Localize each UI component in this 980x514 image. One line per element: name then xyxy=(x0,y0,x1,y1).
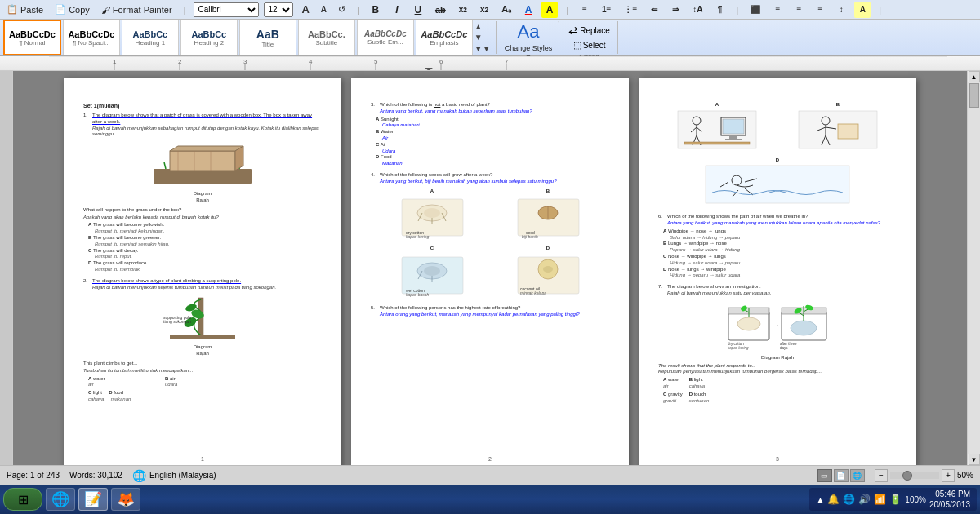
change-case-button[interactable]: ↺ xyxy=(335,2,349,16)
svg-rect-84 xyxy=(838,124,858,139)
replace-button[interactable]: ⇄ Replace xyxy=(566,23,612,38)
q1-options: A The grass will become yellowish. Rumpu… xyxy=(88,222,322,273)
style-subtle-em[interactable]: AaBbCcDc Subtle Em... xyxy=(357,20,414,55)
left-panel xyxy=(0,71,13,465)
show-hide-button[interactable]: ¶ xyxy=(711,2,728,18)
q2-sub-question: This plant climbs to get... xyxy=(83,361,322,367)
signal-icon[interactable]: 📶 xyxy=(874,494,886,505)
taskbar-word[interactable]: 📝 xyxy=(78,488,108,511)
underline-button[interactable]: U xyxy=(410,2,426,18)
paste-button[interactable]: 📋 Paste xyxy=(3,2,47,16)
styles-scroll-down[interactable]: ▼ xyxy=(474,33,491,42)
taskbar-firefox[interactable]: 🦊 xyxy=(111,488,140,511)
svg-rect-37 xyxy=(170,335,235,339)
volume-icon[interactable]: 🔊 xyxy=(858,494,871,505)
select-button[interactable]: ⬚ Select xyxy=(571,39,608,51)
q6-text: Which of the following shows the path of… xyxy=(667,214,880,220)
font-face-select[interactable]: Calibri xyxy=(194,2,259,17)
font-shrink-button[interactable]: A xyxy=(318,3,330,16)
styles-scroll-up[interactable]: ▲ xyxy=(474,22,491,31)
windows-logo-icon: ⊞ xyxy=(18,492,29,507)
page-3: A xyxy=(639,78,916,465)
format-painter-button[interactable]: 🖌 Format Painter xyxy=(98,3,176,16)
q2-inline-options-row3: C light D food xyxy=(88,390,322,397)
align-right-button[interactable]: ≡ xyxy=(791,2,807,18)
style-no-spacing[interactable]: AaBbCcDc ¶ No Spaci... xyxy=(63,20,120,55)
align-left-button[interactable]: ⬛ xyxy=(746,2,764,18)
question-7: 7. The diagram below shows an investigat… xyxy=(658,284,897,404)
bullets-button[interactable]: ≡ xyxy=(577,2,593,18)
strikethrough-button[interactable]: ab xyxy=(431,2,450,18)
zoom-in-button[interactable]: + xyxy=(942,469,955,482)
highlight-button[interactable]: A xyxy=(541,2,558,18)
zoom-slider[interactable] xyxy=(890,472,939,479)
q7-result-text: The result shows that the plant responds… xyxy=(658,363,897,370)
copy-button[interactable]: 📄 Copy xyxy=(51,2,93,16)
q1-option-c-italic: Rumput itu reput. xyxy=(95,254,322,260)
page-1: Set 1(mudah) 1. The diagram below shows … xyxy=(64,78,341,465)
q7-result-italic: Keputusan penyiasatan menunjukkan tumbuh… xyxy=(658,369,897,375)
sort-button[interactable]: ↕A xyxy=(688,2,706,18)
style-subtitle[interactable]: AaBbCc. Subtitle xyxy=(298,20,355,55)
q7-number: 7. xyxy=(658,284,665,297)
start-button[interactable]: ⊞ xyxy=(3,488,42,511)
decrease-indent-button[interactable]: ⇐ xyxy=(646,2,662,18)
taskbar-chrome[interactable]: 🌐 xyxy=(46,488,75,511)
multilevel-list-button[interactable]: ⋮≡ xyxy=(620,2,641,18)
print-layout-button[interactable]: ▭ xyxy=(817,469,832,482)
svg-rect-16 xyxy=(154,169,252,184)
subscript-button[interactable]: x2 xyxy=(455,2,471,18)
question-5: 5. Which of the following persons has th… xyxy=(371,305,609,318)
numbering-button[interactable]: 1≡ xyxy=(598,2,615,18)
superscript-button[interactable]: x2 xyxy=(476,2,492,18)
format-painter-icon: 🖌 xyxy=(101,5,110,15)
change-styles-button[interactable]: Aa Change Styles ▼ xyxy=(498,21,560,60)
svg-text:4: 4 xyxy=(309,58,313,65)
style-normal[interactable]: AaBbCcDc ¶ Normal xyxy=(3,20,61,55)
show-hidden-icons-button[interactable]: ▲ xyxy=(816,495,824,504)
zoom-level: 50% xyxy=(957,471,973,480)
question-4: 4. Which of the following seeds will gro… xyxy=(371,172,609,300)
svg-text:days: days xyxy=(780,346,788,350)
increase-indent-button[interactable]: ⇒ xyxy=(667,2,684,18)
font-color-button[interactable]: A xyxy=(520,2,537,18)
language-indicator[interactable]: 🌐 English (Malaysia) xyxy=(132,469,216,482)
font-size-select[interactable]: 12 xyxy=(264,2,293,17)
battery-icon[interactable]: 🔋 xyxy=(889,494,902,505)
main-area: Set 1(mudah) 1. The diagram below shows … xyxy=(0,71,980,465)
styles-expand[interactable]: ▼▼ xyxy=(474,44,491,53)
q1-diagram: DiagramRajah xyxy=(83,141,322,204)
shading-button[interactable]: A xyxy=(854,2,871,18)
style-emphasis[interactable]: AaBbCcDc Emphasis xyxy=(416,20,473,55)
zoom-out-button[interactable]: − xyxy=(875,469,888,482)
bold-button[interactable]: B xyxy=(368,2,384,18)
q3-number: 3. xyxy=(371,102,377,115)
align-center-button[interactable]: ≡ xyxy=(769,2,786,18)
page-3-content: A xyxy=(658,102,897,404)
clear-format-button[interactable]: Aₐ xyxy=(497,2,515,18)
line-spacing-button[interactable]: ↕ xyxy=(833,2,849,18)
q2-inline-options-row2: air udara xyxy=(88,382,322,388)
scroll-up-arrow[interactable]: ▲ xyxy=(969,71,980,82)
web-layout-button[interactable]: 🌐 xyxy=(850,469,865,482)
svg-text:2: 2 xyxy=(178,58,182,65)
justify-button[interactable]: ≡ xyxy=(812,2,828,18)
scroll-down-arrow[interactable]: ▼ xyxy=(969,454,980,465)
style-heading2[interactable]: AaBbCc Heading 2 xyxy=(180,20,238,55)
network-icon[interactable]: 🌐 xyxy=(843,494,855,505)
style-heading1[interactable]: AaBbCc Heading 1 xyxy=(122,20,179,55)
page3-figure-d: D xyxy=(658,157,897,210)
q7-diagram-label: Diagram Rajah xyxy=(658,355,897,361)
italic-button[interactable]: I xyxy=(389,2,405,18)
question-6: 6. Which of the following shows the path… xyxy=(658,214,897,279)
q2-diagram: supporting pole tiang sokongan DiagramRa… xyxy=(83,294,322,357)
style-title[interactable]: AaB Title xyxy=(239,20,296,55)
scroll-thumb[interactable] xyxy=(969,83,979,108)
q1-diagram-label: DiagramRajah xyxy=(194,191,212,204)
svg-text:tiang sokongan: tiang sokongan xyxy=(163,319,191,324)
font-grow-button[interactable]: A xyxy=(298,2,312,17)
right-scrollbar[interactable]: ▲ ▼ xyxy=(967,71,980,465)
svg-text:5: 5 xyxy=(374,58,378,65)
full-reading-button[interactable]: 📄 xyxy=(834,469,849,482)
notification-icon[interactable]: 🔔 xyxy=(827,494,840,505)
